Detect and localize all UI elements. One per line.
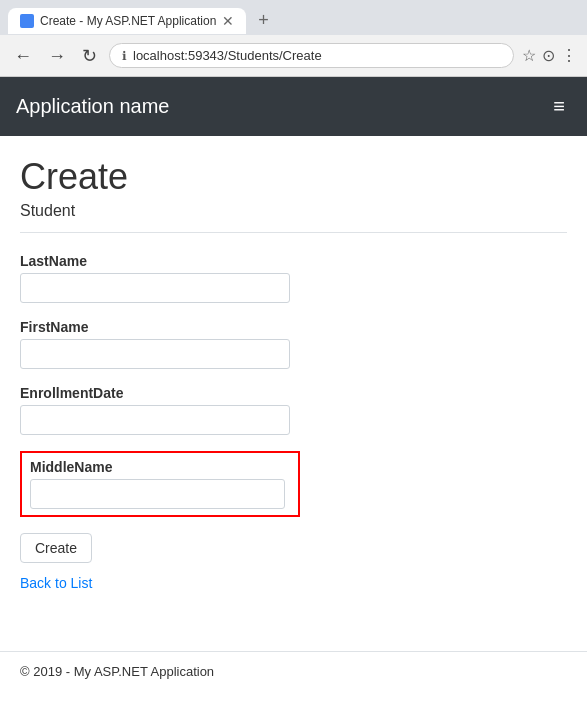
- first-name-group: FirstName: [20, 319, 567, 369]
- enrollment-date-input[interactable]: [20, 405, 290, 435]
- middle-name-label: MiddleName: [30, 459, 290, 475]
- footer-text: © 2019 - My ASP.NET Application: [20, 664, 214, 679]
- create-button[interactable]: Create: [20, 533, 92, 563]
- enrollment-date-group: EnrollmentDate: [20, 385, 567, 435]
- footer: © 2019 - My ASP.NET Application: [0, 651, 587, 691]
- enrollment-date-label: EnrollmentDate: [20, 385, 567, 401]
- first-name-label: FirstName: [20, 319, 567, 335]
- app-name: Application name: [16, 95, 169, 118]
- lock-icon: ℹ: [122, 49, 127, 63]
- main-content: Create Student LastName FirstName Enroll…: [0, 136, 587, 651]
- first-name-input[interactable]: [20, 339, 290, 369]
- new-tab-button[interactable]: +: [250, 6, 277, 35]
- app-header: Application name ≡: [0, 77, 587, 136]
- back-button[interactable]: ←: [10, 45, 36, 67]
- hamburger-button[interactable]: ≡: [547, 91, 571, 122]
- address-text: localhost:59343/Students/Create: [133, 48, 501, 63]
- bookmark-icon[interactable]: ☆: [522, 46, 536, 65]
- tab-bar: Create - My ASP.NET Application ✕ +: [0, 0, 587, 35]
- back-to-list-link[interactable]: Back to List: [20, 575, 567, 591]
- tab-favicon: [20, 14, 34, 28]
- tab-close-icon[interactable]: ✕: [222, 14, 234, 28]
- page-title: Create: [20, 156, 567, 198]
- last-name-label: LastName: [20, 253, 567, 269]
- browser-chrome: Create - My ASP.NET Application ✕ + ← → …: [0, 0, 587, 77]
- refresh-button[interactable]: ↻: [78, 45, 101, 67]
- profile-icon[interactable]: ⊙: [542, 46, 555, 65]
- page-subtitle: Student: [20, 202, 567, 220]
- nav-bar: ← → ↻ ℹ localhost:59343/Students/Create …: [0, 35, 587, 76]
- tab-label: Create - My ASP.NET Application: [40, 14, 216, 28]
- middle-name-group-highlighted: MiddleName: [20, 451, 300, 517]
- browser-menu-icon[interactable]: ⋮: [561, 46, 577, 65]
- nav-actions: ☆ ⊙ ⋮: [522, 46, 577, 65]
- address-bar[interactable]: ℹ localhost:59343/Students/Create: [109, 43, 514, 68]
- middle-name-input[interactable]: [30, 479, 285, 509]
- active-tab[interactable]: Create - My ASP.NET Application ✕: [8, 8, 246, 34]
- last-name-input[interactable]: [20, 273, 290, 303]
- last-name-group: LastName: [20, 253, 567, 303]
- divider: [20, 232, 567, 233]
- forward-button[interactable]: →: [44, 45, 70, 67]
